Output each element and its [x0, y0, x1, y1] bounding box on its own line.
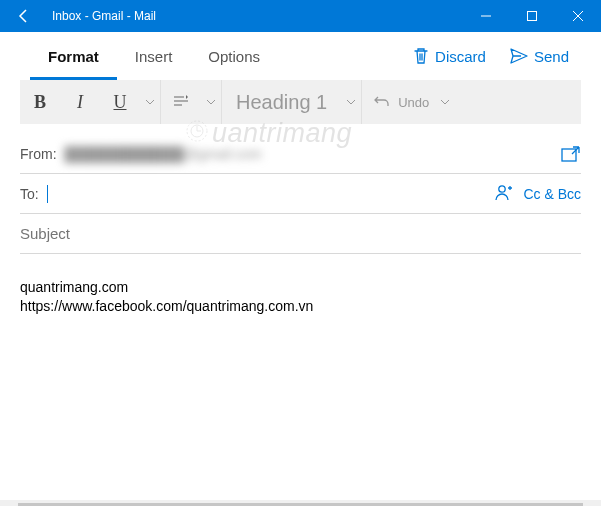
back-button[interactable] [0, 0, 48, 32]
svg-rect-7 [562, 149, 576, 161]
chevron-down-icon [207, 100, 215, 105]
style-label: Heading 1 [236, 91, 327, 114]
person-icon [495, 183, 513, 201]
horizontal-scrollbar[interactable]: ◄ ► [0, 500, 601, 506]
from-field: From: ████████████@gmail.com [20, 134, 581, 174]
maximize-icon [527, 11, 537, 21]
open-window-button[interactable] [561, 145, 581, 163]
tab-options[interactable]: Options [190, 32, 278, 80]
chevron-down-icon [146, 100, 154, 105]
format-toolbar: B I U Heading 1 Undo [20, 80, 581, 124]
undo-dropdown[interactable] [435, 80, 455, 124]
to-label: To: [20, 186, 39, 202]
trash-icon [413, 47, 429, 65]
font-dropdown[interactable] [140, 80, 160, 124]
to-field[interactable]: To: Cc & Bcc [20, 174, 581, 214]
tab-options-label: Options [208, 48, 260, 65]
from-value[interactable]: ████████████@gmail.com [65, 146, 561, 162]
send-button[interactable]: Send [498, 32, 581, 80]
from-label: From: [20, 146, 57, 162]
svg-point-8 [499, 185, 505, 191]
close-icon [573, 11, 583, 21]
tab-insert[interactable]: Insert [117, 32, 191, 80]
style-selector[interactable]: Heading 1 [222, 91, 341, 114]
contacts-button[interactable] [495, 183, 513, 205]
style-dropdown[interactable] [341, 80, 361, 124]
undo-icon [374, 95, 390, 109]
maximize-button[interactable] [509, 0, 555, 32]
mail-compose-window: Inbox - Gmail - Mail Format Insert Optio… [0, 0, 601, 500]
compose-area: From: ████████████@gmail.com To: Cc & Bc… [0, 124, 601, 500]
to-input[interactable] [47, 184, 496, 202]
tab-format[interactable]: Format [30, 32, 117, 80]
send-icon [510, 48, 528, 64]
close-button[interactable] [555, 0, 601, 32]
ribbon-tabs: Format Insert Options Discard Send [0, 32, 601, 80]
arrow-left-icon [16, 8, 32, 24]
discard-label: Discard [435, 48, 486, 65]
scroll-right-button[interactable]: ► [584, 500, 601, 506]
titlebar: Inbox - Gmail - Mail [0, 0, 601, 32]
minimize-button[interactable] [463, 0, 509, 32]
popout-icon [561, 145, 581, 163]
scroll-left-button[interactable]: ◄ [0, 500, 17, 506]
undo-button[interactable]: Undo [362, 95, 435, 110]
scroll-thumb[interactable] [18, 503, 583, 507]
body-line: quantrimang.com [20, 278, 581, 297]
tab-format-label: Format [48, 48, 99, 65]
svg-rect-1 [528, 12, 537, 21]
underline-button[interactable]: U [100, 80, 140, 124]
minimize-icon [481, 11, 491, 21]
italic-button[interactable]: I [60, 80, 100, 124]
chevron-down-icon [347, 100, 355, 105]
chevron-down-icon [441, 100, 449, 105]
discard-button[interactable]: Discard [401, 32, 498, 80]
paragraph-dropdown[interactable] [201, 80, 221, 124]
body-line: https://www.facebook.com/quantrimang.com… [20, 297, 581, 316]
bold-button[interactable]: B [20, 80, 60, 124]
message-body[interactable]: quantrimang.com https://www.facebook.com… [20, 254, 581, 316]
tab-insert-label: Insert [135, 48, 173, 65]
subject-field[interactable] [20, 214, 581, 254]
subject-input[interactable] [20, 225, 581, 242]
cc-bcc-link[interactable]: Cc & Bcc [523, 186, 581, 202]
undo-label: Undo [398, 95, 429, 110]
window-title: Inbox - Gmail - Mail [52, 9, 156, 23]
send-label: Send [534, 48, 569, 65]
paragraph-icon [172, 95, 190, 109]
paragraph-button[interactable] [161, 80, 201, 124]
